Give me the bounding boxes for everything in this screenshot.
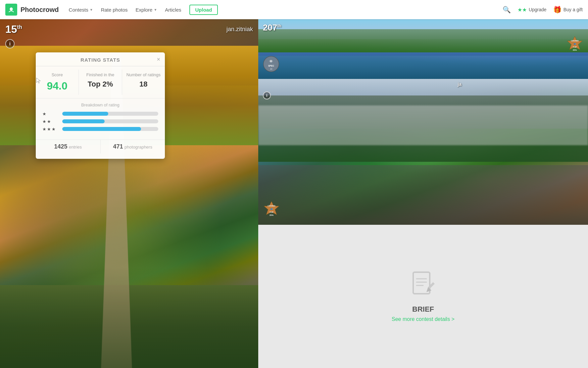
upgrade-label: Upgrade [529,7,547,12]
bar-row-2: ★ ★ [42,119,158,124]
forest-top [258,29,588,56]
bar-track-2 [62,119,158,123]
photographers-cell: 471 photographers [101,140,165,153]
number-label: Number of ratings [126,72,161,78]
svg-text:10: 10 [270,68,272,70]
landscape-ground [0,285,258,368]
brief-link[interactable]: See more contest details > [392,316,455,322]
nav-rate-photos[interactable]: Rate photos [101,7,128,13]
photographers-count: 471 [113,143,123,150]
bar-track-3 [62,127,158,131]
crowd-badge-bottom: CROWD 👥 TOP 25% [263,201,280,218]
right-info-button[interactable]: i [263,92,271,99]
gift-label: Buy a gift [564,7,583,12]
svg-text:TOP: TOP [270,211,273,213]
brief-icon [410,271,436,302]
rating-stats-popup: RATING STATS × Score 94.0 Finished in th… [36,52,165,159]
entries-count: 1425 [54,143,67,150]
finished-cell: Finished in the Top 2% [79,70,122,95]
explore-dropdown-arrow: ▼ [154,8,157,12]
spy-badge: 👁 SPEC 10 [263,56,279,72]
svg-text:TOP: TOP [573,46,577,48]
nav-upgrade[interactable]: ★★ Upgrade [517,7,547,13]
bar-stars-1: ★ [42,111,59,116]
photographers-label-text: photographers [124,145,152,150]
svg-text:SPEC: SPEC [268,65,274,67]
svg-text:CROWD: CROWD [268,205,275,207]
popup-stats-row: Score 94.0 Finished in the Top 2% Number… [36,66,165,98]
popup-header: RATING STATS × [36,52,165,66]
bar-row-1: ★ [42,111,158,116]
nav-upload-button[interactable]: Upload [189,5,218,15]
nav-contests[interactable]: Contests ▼ [69,7,93,13]
svg-point-0 [10,8,13,11]
contests-dropdown-arrow: ▼ [90,8,93,12]
svg-text:👥: 👥 [574,43,576,45]
right-username-partial: ja [458,82,462,87]
photo-right-bottom: ja i CROWD 👥 TOP 25% [258,79,588,225]
navbar: Photocrowd Contests ▼ Rate photos Explor… [0,0,588,19]
main-area: 15th jan.zitniak i RATING STATS × Score … [0,19,588,368]
number-cell: Number of ratings 18 [122,70,165,95]
number-value: 18 [126,80,161,89]
svg-text:👥: 👥 [270,208,273,210]
upgrade-stars-icon: ★★ [517,7,527,13]
score-cell: Score 94.0 [36,70,79,95]
brief-title: BRIEF [412,305,434,314]
right-rank-top: 207th [263,23,281,33]
gift-icon: 🎁 [553,6,562,14]
logo-box[interactable] [5,4,17,16]
bar-stars-2: ★ ★ [42,119,59,124]
svg-text:25%: 25% [573,49,577,51]
photo-username: jan.zitniak [226,26,253,33]
svg-text:CROWD: CROWD [571,40,579,42]
bar-track-1 [62,112,158,116]
mist-effect [258,105,588,145]
photo-info-button[interactable]: i [5,39,15,48]
popup-counts: 1425 entries 471 photographers [36,140,165,153]
logo-icon [8,6,15,13]
breakdown-title: Breakdown of rating [42,102,158,107]
lake [258,52,588,79]
misty-ground [258,165,588,225]
score-value: 94.0 [40,80,74,92]
brand-name[interactable]: Photocrowd [21,6,59,14]
crowd-badge-top: CROWD 👥 TOP 25% [566,36,583,53]
entries-cell: 1425 entries [36,140,101,153]
bar-fill-3 [62,127,141,131]
photo-rank: 15th [5,23,22,35]
nav-explore[interactable]: Explore ▼ [136,7,157,13]
bar-stars-3: ★ ★ ★ [42,127,59,132]
brief-section: BRIEF See more contest details > [258,225,588,368]
score-label: Score [40,72,74,78]
nav-buy-gift[interactable]: 🎁 Buy a gift [553,6,583,14]
popup-close-button[interactable]: × [157,56,160,62]
bar-row-3: ★ ★ ★ [42,127,158,132]
crowd-badge-bottom-svg: CROWD 👥 TOP 25% [263,201,280,218]
brief-document-icon [410,271,436,297]
breakdown-section: Breakdown of rating ★ ★ ★ [36,98,165,137]
search-icon[interactable]: 🔍 [503,6,511,14]
crowd-badge-svg: CROWD 👥 TOP 25% [566,36,583,53]
entries-label-text: entries [69,145,82,150]
finished-value: Top 2% [83,80,118,89]
bar-fill-1 [62,112,108,116]
svg-text:👁: 👁 [269,59,273,63]
photo-panel-left: 15th jan.zitniak i RATING STATS × Score … [0,19,258,368]
photo-right-top: 207th CROWD 👥 TOP 25% 👁 SPEC 10 [258,19,588,79]
svg-text:25%: 25% [270,214,274,216]
nav-articles[interactable]: Articles [165,7,181,13]
finished-label: Finished in the [83,72,118,78]
bar-fill-2 [62,119,105,123]
spy-badge-svg: 👁 SPEC 10 [263,56,279,72]
right-panel: 207th CROWD 👥 TOP 25% 👁 SPEC 10 [258,19,588,368]
popup-title: RATING STATS [80,57,120,63]
